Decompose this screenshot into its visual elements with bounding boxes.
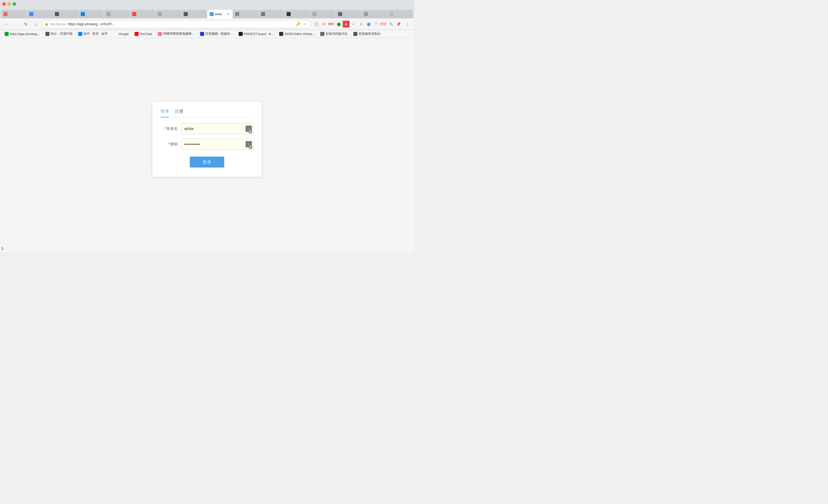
browser-tab-10[interactable] <box>233 10 258 18</box>
browser-tab-8[interactable] <box>181 10 207 18</box>
tab-close-button[interactable]: ✕ <box>226 12 230 16</box>
ext-green-icon[interactable]: ⬤ <box>335 21 342 28</box>
tab-favicon-3 <box>55 12 59 16</box>
ext-translate-icon[interactable]: T <box>373 21 379 28</box>
bookmark-online[interactable]: 在线代码格式化 <box>318 31 350 37</box>
tab-favicon-8 <box>184 12 188 16</box>
page-content: 3 登录 注册 *登录名 ··· ✕ <box>0 38 414 252</box>
bookmark-label-json: JSON Editor Online... <box>284 32 315 36</box>
bookmark-label-zhihu: 知乎 · 首页 - 知乎 <box>83 32 108 36</box>
username-input-wrap: ··· ✕ <box>181 123 254 134</box>
browser-tab-11[interactable] <box>259 10 284 18</box>
browser-tab-6[interactable] <box>130 10 156 18</box>
tab-favicon-6 <box>132 12 136 16</box>
tab-favicon-11 <box>261 12 265 16</box>
tab-favicon-15 <box>364 12 368 16</box>
ext-mail-icon[interactable]: ✉ <box>320 21 327 28</box>
page-number: 3 <box>1 246 3 251</box>
bookmark-label-kinvest: KINVEST board - A... <box>244 32 274 36</box>
tab-title-active: white <box>215 12 222 16</box>
browser-tab-12[interactable] <box>284 10 310 18</box>
key-icon[interactable]: 🔑 <box>295 21 301 27</box>
username-clear-button[interactable]: ✕ <box>248 130 252 134</box>
star-icon[interactable]: ☆ <box>302 21 308 27</box>
tab-favicon-active <box>210 12 214 16</box>
browser-tab-2[interactable] <box>27 10 53 18</box>
browser-tab-4[interactable] <box>79 10 104 18</box>
back-button[interactable]: ← <box>2 20 10 28</box>
ext-clip-icon[interactable]: 📎 <box>387 21 395 28</box>
bookmark-label-baidu: 百度脑图 - 便捷的... <box>205 32 233 36</box>
ext-6661-icon[interactable]: 6661 <box>328 21 335 28</box>
forward-button[interactable]: → <box>12 20 20 28</box>
password-clear-button[interactable]: ✕ <box>248 145 252 149</box>
home-button[interactable]: ⌂ <box>32 20 40 28</box>
tab-favicon-5 <box>107 12 111 16</box>
bookmark-zhihu[interactable]: 知乎 · 首页 - 知乎 <box>76 31 110 37</box>
bookmark-label-youtube: YouTube <box>140 32 152 36</box>
address-bar[interactable]: 🔒 Not Secure https://app.yinxiang...cn%2… <box>41 20 311 28</box>
bookmark-muyun[interactable]: 码云 - 开源中国 <box>43 31 75 37</box>
password-group: *密码 ··· ✕ <box>160 139 254 150</box>
bookmark-favicon-bili <box>158 32 162 36</box>
tab-favicon-7 <box>158 12 162 16</box>
tab-favicon-1 <box>3 12 7 16</box>
not-secure-label: Not Secure <box>50 22 66 26</box>
bookmark-google[interactable]: Google <box>111 31 131 37</box>
url-text: https://app.yinxiang...cn%2Fl... <box>68 22 294 26</box>
bookmark-favicon-youtube <box>134 32 138 36</box>
bookmark-label-rong: 容器服务控制台 <box>359 32 381 36</box>
bookmark-favicon-yinxiang <box>5 32 9 36</box>
close-button[interactable] <box>2 2 6 6</box>
bookmark-youtube[interactable]: YouTube <box>132 31 154 37</box>
browser-tab-7[interactable] <box>156 10 181 18</box>
tab-favicon-16 <box>389 12 394 16</box>
card-tab-bar: 登录 注册 <box>160 108 254 118</box>
browser-tab-1[interactable] <box>1 10 27 18</box>
ext-blue-icon[interactable]: ⬤ <box>365 21 372 28</box>
bookmark-label-yinxiang: https://app.yinxiang... <box>10 32 40 36</box>
lock-icon: 🔒 <box>45 22 49 26</box>
browser-tab-15[interactable] <box>362 10 387 18</box>
required-star-username: * <box>164 127 166 131</box>
bookmark-json[interactable]: JSON Editor Online... <box>277 31 317 37</box>
ext-a-icon[interactable]: A <box>343 21 349 28</box>
bookmark-baidu[interactable]: 百度脑图 - 便捷的... <box>198 31 235 37</box>
bookmark-yinxiang[interactable]: https://app.yinxiang... <box>2 31 42 37</box>
browser-tab-active[interactable]: white ✕ <box>207 10 233 18</box>
ext-pin-icon[interactable]: 📌 <box>395 21 402 28</box>
tab-favicon-12 <box>287 12 291 16</box>
username-input[interactable] <box>181 123 254 134</box>
maximize-button[interactable] <box>13 2 16 6</box>
reload-button[interactable]: ↻ <box>22 20 30 28</box>
tab-favicon-14 <box>338 12 342 16</box>
ext-list-icon[interactable]: ≡ <box>358 21 365 28</box>
browser-tab-14[interactable] <box>336 10 361 18</box>
bookmark-kinvest[interactable]: KINVEST board - A... <box>236 31 276 37</box>
bookmark-rong[interactable]: 容器服务控制台 <box>351 31 383 37</box>
menu-button[interactable]: ⋮ <box>404 20 412 28</box>
tab-login[interactable]: 登录 <box>160 108 169 118</box>
bookmark-favicon-kinvest <box>239 32 243 36</box>
login-submit-button[interactable]: 登录 <box>190 156 224 168</box>
tab-favicon-10 <box>235 12 239 16</box>
browser-tab-3[interactable] <box>53 10 78 18</box>
tab-register[interactable]: 注册 <box>175 108 183 118</box>
browser-tab-5[interactable] <box>104 10 130 18</box>
minimize-button[interactable] <box>7 2 11 6</box>
bookmark-label-google: Google <box>119 32 129 36</box>
bookmark-favicon-rong <box>353 32 357 36</box>
ext-check-icon[interactable]: ✓ <box>350 21 357 28</box>
password-input[interactable] <box>181 139 254 150</box>
bookmark-favicon-baidu <box>200 32 204 36</box>
browser-tab-16[interactable] <box>387 10 413 18</box>
bookmark-label-online: 在线代码格式化 <box>325 32 347 36</box>
browser-tab-13[interactable] <box>310 10 336 18</box>
bookmark-bili[interactable]: 哔哩哔哩弹幕视频网... <box>156 31 196 37</box>
tab-favicon-2 <box>29 12 33 16</box>
traffic-lights <box>2 2 16 6</box>
ext-pdf-icon[interactable]: PDF <box>380 21 387 28</box>
bookmark-favicon-muyun <box>45 32 49 36</box>
ext-pocket-icon[interactable]: 📋 <box>313 21 320 28</box>
extension-icons: 📋 ✉ 6661 ⬤ A ✓ ≡ ⬤ T PDF 📎 📌 <box>313 21 402 28</box>
